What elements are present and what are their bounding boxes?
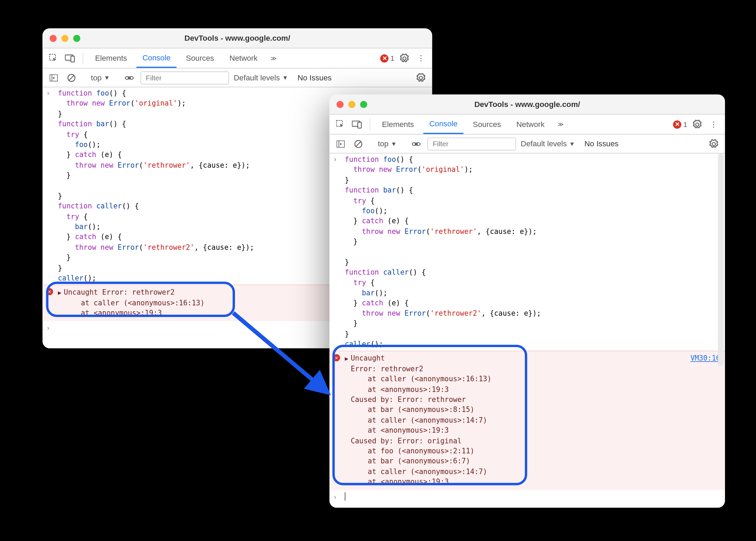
tab-console[interactable]: Console [423,115,463,134]
log-levels-selector[interactable]: Default levels ▼ [234,73,288,82]
minimize-icon[interactable] [61,35,69,42]
issues-link[interactable]: No Issues [297,73,332,82]
filter-input[interactable] [140,71,229,84]
inspect-icon[interactable] [334,118,347,131]
console-prompt[interactable]: › [330,490,725,504]
close-icon[interactable] [50,35,57,42]
input-chevron-icon: › [333,492,345,502]
input-chevron-icon: › [333,155,345,350]
panel-tabs: Elements Console Sources Network ≫ ✕ 1 ⋮ [330,115,725,135]
expand-triangle-icon[interactable]: ▶ [58,288,61,297]
sidebar-toggle-icon[interactable] [47,71,60,84]
panel-tabs: Elements Console Sources Network ≫ ✕ 1 ⋮ [42,48,432,68]
chevron-down-icon: ▼ [391,140,397,147]
more-tabs-icon[interactable]: ≫ [554,118,567,131]
error-message: Uncaught Error: rethrower2 at caller (<a… [64,288,205,318]
console-settings-icon[interactable] [414,71,428,84]
svg-rect-10 [358,122,361,128]
console-toolbar: top ▼ Default levels ▼ No Issues [42,68,432,87]
console-input-row: › function foo() { throw new Error('orig… [330,154,725,351]
error-message: Uncaught Error: rethrower2 at caller (<a… [351,354,491,488]
minimize-icon[interactable] [348,101,355,108]
traffic-lights [336,101,367,108]
tab-elements[interactable]: Elements [89,48,133,68]
more-tabs-icon[interactable]: ≫ [267,52,280,65]
kebab-menu-icon[interactable]: ⋮ [707,118,720,131]
scrollbar[interactable] [718,154,724,366]
log-levels-selector[interactable]: Default levels ▼ [521,139,575,148]
titlebar[interactable]: DevTools - www.google.com/ [330,95,725,115]
kebab-menu-icon[interactable]: ⋮ [414,52,428,65]
close-icon[interactable] [336,101,344,108]
devtools-window-right: DevTools - www.google.com/ Elements Cons… [330,95,725,508]
context-label: top [378,139,389,148]
source-link[interactable]: VM30:16 [690,354,720,364]
chevron-down-icon: ▼ [282,75,288,81]
error-icon: ✕ [46,288,53,296]
clear-console-icon[interactable] [65,71,78,84]
clear-console-icon[interactable] [352,137,365,150]
expand-triangle-icon[interactable]: ▶ [345,354,348,364]
tab-sources[interactable]: Sources [180,48,220,68]
context-selector[interactable]: top ▼ [87,72,113,83]
filter-input[interactable] [428,137,516,150]
code-snippet: function foo() { throw new Error('origin… [345,155,720,350]
chevron-down-icon: ▼ [104,75,110,81]
levels-label: Default levels [234,73,280,82]
window-title: DevTools - www.google.com/ [330,100,725,109]
svg-line-14 [356,141,361,146]
traffic-lights [50,35,80,42]
issues-link[interactable]: No Issues [585,139,619,148]
console-error-row[interactable]: ✕ ▶ Uncaught Error: rethrower2 at caller… [330,351,725,490]
input-chevron-icon: › [46,323,58,334]
maximize-icon[interactable] [73,35,80,42]
tab-network[interactable]: Network [224,48,264,68]
svg-line-6 [69,75,74,80]
live-expression-icon[interactable] [410,137,423,150]
tab-network[interactable]: Network [510,115,550,134]
context-selector[interactable]: top ▼ [374,138,400,149]
error-count: 1 [391,54,394,62]
titlebar[interactable]: DevTools - www.google.com/ [42,28,432,48]
inspect-icon[interactable] [47,52,60,65]
device-toolbar-icon[interactable] [351,118,364,131]
error-circle-icon: ✕ [380,54,389,62]
levels-label: Default levels [521,139,567,148]
settings-icon[interactable] [398,52,411,65]
tab-sources[interactable]: Sources [467,115,507,134]
error-icon: ✕ [333,354,340,362]
device-toolbar-icon[interactable] [64,52,77,65]
live-expression-icon[interactable] [123,71,136,84]
settings-icon[interactable] [691,118,704,131]
error-circle-icon: ✕ [673,120,681,128]
svg-rect-2 [71,56,74,62]
error-badge[interactable]: ✕ 1 [380,54,394,62]
sidebar-toggle-icon[interactable] [334,137,347,150]
console-body[interactable]: › function foo() { throw new Error('orig… [330,154,725,508]
window-title: DevTools - www.google.com/ [42,34,432,43]
tab-elements[interactable]: Elements [376,115,420,134]
console-toolbar: top ▼ Default levels ▼ No Issues [330,135,725,154]
chevron-down-icon: ▼ [569,140,575,147]
console-settings-icon[interactable] [707,137,720,150]
tab-console[interactable]: Console [137,48,177,68]
maximize-icon[interactable] [360,101,367,108]
error-badge[interactable]: ✕ 1 [673,120,687,128]
error-count: 1 [683,120,687,128]
context-label: top [91,73,101,82]
input-chevron-icon: › [46,89,58,284]
